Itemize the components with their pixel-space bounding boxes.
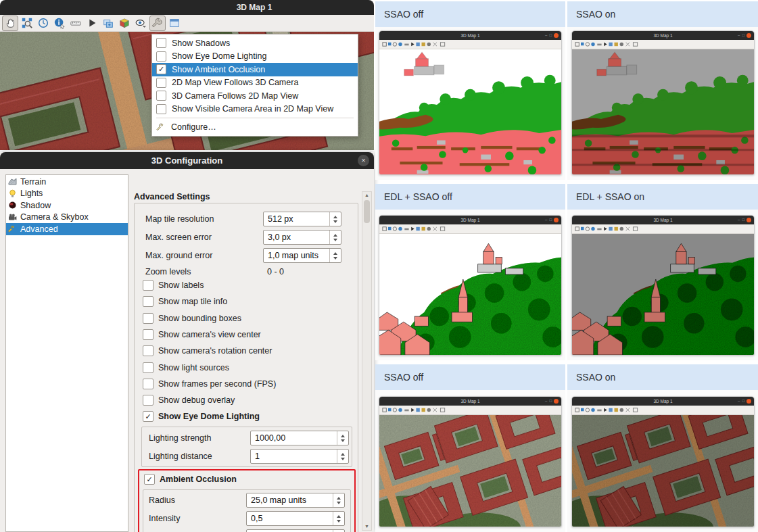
close-icon (747, 399, 751, 404)
lighting-distance-spinbox[interactable]: 1 (250, 449, 349, 464)
header-ssao-off-1: SSAO off (375, 1, 565, 27)
pan-icon[interactable] (2, 16, 18, 31)
checkbox[interactable] (156, 64, 166, 74)
light-bulb-icon (8, 189, 17, 198)
menu-item-show-ambient-occlusion[interactable]: Show Ambient Occlusion (152, 63, 358, 76)
sidebar-item-terrain[interactable]: Terrain (6, 176, 128, 188)
window-controls: –□ (738, 216, 751, 224)
checkbox-ambient-occlusion[interactable]: Ambient Occlusion (144, 473, 237, 486)
mini-toolbar-icons (573, 226, 649, 232)
scroll-thumb[interactable] (364, 200, 370, 223)
effects-menu: Show Shadows Show Eye Dome Lighting Show… (151, 34, 358, 137)
screenshot-edl-ssao-off: 3D Map 1 –□ (379, 215, 562, 356)
sidebar-item-advanced[interactable]: Advanced (6, 223, 128, 235)
max-screen-error-spinbox[interactable]: 3,0 px (263, 230, 341, 245)
checkbox-show-camera-view-center[interactable]: Show camera's view center (143, 328, 261, 341)
spin-buttons[interactable] (333, 493, 344, 507)
scrollbar[interactable]: ▲ ▼ (362, 191, 372, 531)
checkbox[interactable] (156, 104, 166, 114)
identify-icon[interactable] (52, 16, 67, 30)
3d-configuration-dialog: 3D Configuration × Terrain Lights Shadow… (0, 152, 374, 532)
max-ground-error-spinbox[interactable]: 1,0 map units (263, 248, 341, 263)
checkbox-show-debug-overlay[interactable]: Show debug overlay (143, 393, 235, 407)
occlusion-threshold-spinbox[interactable]: 50% (246, 529, 345, 532)
mini-toolbar (379, 406, 561, 415)
checkbox[interactable] (143, 362, 153, 373)
spin-buttons[interactable] (329, 212, 341, 226)
menu-item-3d-follows-2d[interactable]: 3D Camera Follows 2D Map View (152, 89, 358, 103)
mini-window-titlebar: 3D Map 1 –□ (572, 397, 754, 406)
menu-item-show-visible-camera-area[interactable]: Show Visible Camera Area in 2D Map View (152, 103, 358, 116)
checkbox[interactable] (156, 38, 166, 48)
wrench-icon (156, 122, 166, 132)
field-row-zoom-levels: Zoom levels 0 - 0 (135, 264, 358, 280)
scroll-up-icon[interactable]: ▲ (364, 192, 369, 199)
checkbox[interactable] (143, 313, 153, 324)
screenshot-ssao-on-2: 3D Map 1 –□ (571, 396, 755, 527)
scroll-down-icon[interactable]: ▼ (364, 523, 369, 530)
checkbox[interactable] (156, 78, 166, 88)
intensity-spinbox[interactable]: 0,5 (246, 511, 345, 526)
menu-item-show-eye-dome-lighting[interactable]: Show Eye Dome Lighting (152, 50, 358, 64)
checkbox[interactable] (143, 345, 153, 356)
checkbox-show-camera-rotation-center[interactable]: Show camera's rotation center (143, 344, 272, 358)
checkbox[interactable] (143, 329, 153, 340)
mini-toolbar-icons (381, 41, 456, 47)
cell-ssao-off-2: 3D Map 1 –□ (375, 390, 565, 532)
menu-item-configure[interactable]: Configure… (152, 120, 358, 134)
checkbox[interactable] (143, 296, 153, 307)
wrench-icon (8, 224, 17, 233)
export-scene-icon[interactable] (101, 16, 116, 30)
checkbox[interactable] (143, 411, 153, 422)
sidebar-item-shadow[interactable]: Shadow (6, 199, 128, 212)
dialog-titlebar[interactable]: 3D Configuration × (0, 152, 374, 169)
checkbox-show-light-sources[interactable]: Show light sources (143, 361, 229, 374)
close-icon (554, 399, 559, 404)
spin-buttons[interactable] (329, 231, 341, 244)
menu-item-2d-follows-3d[interactable]: 2D Map View Follows 3D Camera (152, 76, 358, 90)
mini-toolbar-icons (381, 226, 456, 232)
menu-separator (156, 118, 354, 118)
mini-toolbar (379, 224, 561, 234)
checkbox[interactable] (143, 280, 153, 291)
checkbox[interactable] (143, 379, 153, 389)
menu-item-show-shadows[interactable]: Show Shadows (152, 37, 358, 50)
map-tile-resolution-spinbox[interactable]: 512 px (263, 212, 341, 226)
axis-cube-icon[interactable] (117, 16, 132, 30)
checkbox-show-fps[interactable]: Show frames per second (FPS) (143, 377, 276, 391)
animation-clock-icon[interactable] (36, 16, 51, 30)
checkbox-show-eye-dome-lighting[interactable]: Show Eye Dome Lighting (143, 410, 260, 423)
window-titlebar[interactable]: 3D Map 1 (0, 0, 374, 15)
shadow-sphere-icon (8, 201, 17, 210)
spin-buttons[interactable] (337, 431, 348, 445)
ambient-occlusion-frame: Radius 25,0 map units Intensity 0,5 (143, 489, 351, 532)
effects-wrench-icon[interactable] (149, 16, 166, 31)
play-animation-icon[interactable] (85, 16, 99, 30)
window-controls: –□ (545, 397, 559, 406)
checkbox-show-bounding-boxes[interactable]: Show bounding boxes (143, 312, 241, 325)
lighting-strength-spinbox[interactable]: 1000,00 (250, 431, 349, 445)
spin-buttons[interactable] (337, 450, 348, 463)
dock-panel-icon[interactable] (167, 16, 182, 30)
checkbox[interactable] (156, 91, 166, 101)
checkbox[interactable] (143, 395, 153, 406)
sidebar-item-camera-skybox[interactable]: Camera & Skybox (6, 212, 128, 224)
checkbox[interactable] (144, 474, 155, 485)
checkbox-show-map-tile-info[interactable]: Show map tile info (143, 295, 227, 308)
measure-line-icon[interactable] (68, 16, 83, 30)
checkbox-show-labels[interactable]: Show labels (143, 279, 204, 292)
spin-buttons[interactable] (333, 512, 344, 525)
render-aerial-city-shaded (572, 415, 754, 527)
cell-ssao-on-2: 3D Map 1 –□ (567, 390, 758, 532)
close-icon[interactable]: × (358, 155, 369, 166)
header-ssao-on-1: SSAO on (567, 1, 758, 27)
sidebar-item-lights[interactable]: Lights (6, 188, 128, 200)
camera-visibility-icon[interactable] (133, 16, 148, 30)
zoom-full-extent-icon[interactable] (20, 16, 34, 30)
radius-spinbox[interactable]: 25,0 map units (246, 493, 345, 508)
close-icon (554, 33, 559, 38)
header-ssao-off-2: SSAO off (375, 364, 565, 390)
field-row-map-tile-resolution: Map tile resolution 512 px (135, 211, 358, 227)
checkbox[interactable] (156, 51, 166, 62)
spin-buttons[interactable] (329, 249, 341, 262)
